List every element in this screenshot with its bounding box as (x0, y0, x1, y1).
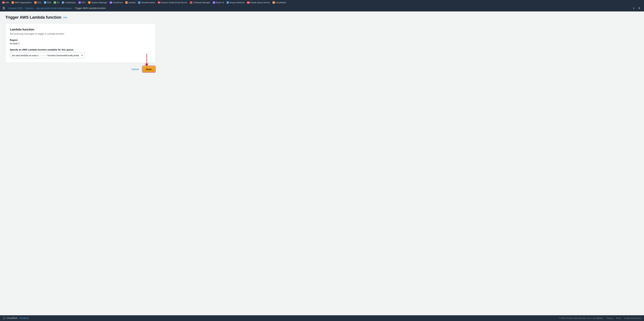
nav-item-cloudwatch[interactable]: CW CloudWatch (271, 1, 288, 4)
lambda-icon: λ (125, 1, 128, 4)
annotation-arrow (145, 54, 148, 66)
route53-icon: 53 (213, 1, 215, 4)
settings-icon-btn[interactable]: ⚙ (637, 6, 642, 10)
ec2-icon: ⬡ (34, 1, 37, 4)
iam-icon: IAM (2, 1, 5, 4)
header-actions: ℹ ⚙ (632, 6, 642, 10)
lambda-function-card: Lambda function Set incoming messages to… (5, 23, 156, 63)
cloudwatch-icon: CW (272, 1, 275, 4)
cloudfront-icon: CF (110, 1, 112, 4)
top-nav-bar: IAM IAM ☁ AWS Organizations ⬡ EC2 🗄 RDS … (0, 0, 644, 5)
lambda-function-select[interactable]: arn:aws:lambda:us-east-1:············:fu… (10, 53, 85, 58)
nav-item-ses[interactable]: ✉ Amazon Simple Email Service (157, 1, 188, 4)
privacy-link[interactable]: Privacy (606, 317, 613, 319)
cloudshell-icon: ⬛ (3, 317, 6, 319)
cancel-button[interactable]: Cancel (130, 67, 140, 72)
nav-item-vpc[interactable]: ⬡ VPC (77, 1, 87, 4)
vpc-icon: ⬡ (78, 1, 81, 4)
nav-item-cloudfront[interactable]: CF CloudFront (108, 1, 124, 4)
select-label: Specify an AWS Lambda function available… (10, 48, 151, 51)
nav-item-cloudformation[interactable]: ☁ CloudFormation (137, 1, 156, 4)
nav-item-lambda[interactable]: λ Lambda (124, 1, 137, 4)
arrow-line (146, 54, 147, 64)
nav-item-certificate-manager[interactable]: 🔒 Certificate Manager (189, 1, 211, 4)
feedback-link[interactable]: Feedback (19, 317, 29, 319)
region-label: Region (10, 39, 151, 41)
main-content: Trigger AWS Lambda function Info Lambda … (0, 12, 644, 315)
info-icon-btn[interactable]: ℹ (632, 6, 636, 10)
rds-icon: 🗄 (44, 1, 46, 4)
cloudformation-icon: ☁ (138, 1, 140, 4)
breadcrumb-sep-2: › (34, 7, 35, 10)
organizations-icon: ☁ (12, 1, 14, 4)
card-subtitle: Set incoming messages to trigger a Lambd… (10, 32, 151, 35)
cloudshell-label: CloudShell (7, 317, 17, 319)
nav-item-sqs[interactable]: SQS Simple Queue Service (246, 1, 271, 4)
systems-manager-icon: ⚙ (88, 1, 90, 4)
certificate-manager-icon: 🔒 (190, 1, 192, 4)
service-header: ☰ Amazon SQS › Queues › sqs-generate-ema… (0, 5, 644, 12)
cookie-preferences-link[interactable]: Cookie preferences (624, 317, 641, 319)
bedrock-icon: B (226, 1, 229, 4)
nav-item-codedeploy[interactable]: ▶ CodeDeploy (61, 1, 77, 4)
region-value: us-east-1 (10, 42, 151, 45)
breadcrumb: Amazon SQS › Queues › sqs-generate-email… (8, 7, 106, 10)
breadcrumb-queue-name[interactable]: sqs-generate-email-content-queue (36, 7, 72, 10)
terms-link[interactable]: Terms (616, 317, 621, 319)
nav-item-route53[interactable]: 53 Route 53 (212, 1, 225, 4)
action-row: Cancel Save (5, 66, 156, 72)
s3-icon: S3 (54, 1, 56, 4)
breadcrumb-amazon-sqs[interactable]: Amazon SQS (8, 7, 22, 10)
nav-item-ec2[interactable]: ⬡ EC2 (33, 1, 42, 4)
info-link[interactable]: Info (63, 16, 67, 19)
nav-item-iam[interactable]: IAM IAM (1, 1, 10, 4)
footer-right: © 2024, Amazon Web Services, Inc. or its… (559, 317, 641, 319)
lambda-function-select-wrapper: arn:aws:lambda:us-east-1:············:fu… (10, 53, 85, 58)
breadcrumb-sep-1: › (24, 7, 24, 10)
breadcrumb-current: Trigger AWS Lambda function (75, 7, 106, 10)
nav-item-systems-manager[interactable]: ⚙ Systems Manager (87, 1, 108, 4)
page-title-row: Trigger AWS Lambda function Info (5, 15, 639, 20)
save-button[interactable]: Save (143, 66, 155, 72)
breadcrumb-queues[interactable]: Queues (25, 7, 34, 10)
footer: ⬛ CloudShell Feedback © 2024, Amazon Web… (0, 315, 644, 321)
cloudshell-button[interactable]: ⬛ CloudShell (3, 317, 17, 319)
nav-item-organizations[interactable]: ☁ AWS Organizations (10, 1, 33, 4)
footer-left: ⬛ CloudShell Feedback (3, 317, 29, 319)
nav-item-s3[interactable]: S3 S3 (52, 1, 60, 4)
hamburger-menu[interactable]: ☰ (2, 7, 5, 10)
page-title: Trigger AWS Lambda function (5, 15, 61, 20)
footer-copyright: © 2024, Amazon Web Services, Inc. or its… (559, 317, 604, 319)
ses-icon: ✉ (158, 1, 160, 4)
card-title: Lambda function (10, 28, 151, 31)
codedeploy-icon: ▶ (62, 1, 64, 4)
breadcrumb-sep-3: › (73, 7, 74, 10)
nav-item-rds[interactable]: 🗄 RDS (43, 1, 52, 4)
nav-item-bedrock[interactable]: B Amazon Bedrock (226, 1, 246, 4)
arrow-head (145, 64, 148, 66)
sqs-icon: SQS (247, 1, 250, 4)
